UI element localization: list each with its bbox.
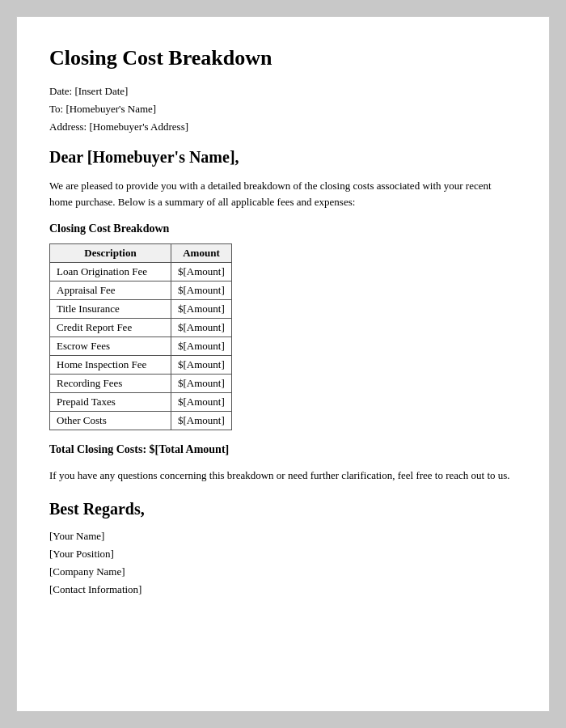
table-cell-amount: $[Amount]: [171, 393, 232, 412]
signature-company: [Company Name]: [49, 565, 517, 578]
cost-breakdown-table: Description Amount Loan Origination Fee$…: [49, 243, 232, 430]
table-row: Home Inspection Fee$[Amount]: [50, 356, 232, 375]
table-cell-amount: $[Amount]: [171, 412, 232, 430]
table-cell-amount: $[Amount]: [171, 356, 232, 375]
signature-name: [Your Name]: [49, 530, 517, 543]
table-row: Other Costs$[Amount]: [50, 412, 232, 430]
total-closing-costs: Total Closing Costs: $[Total Amount]: [49, 443, 517, 456]
col-header-amount: Amount: [171, 244, 232, 263]
closing-paragraph: If you have any questions concerning thi…: [49, 468, 517, 484]
table-cell-amount: $[Amount]: [171, 300, 232, 319]
signature-position: [Your Position]: [49, 548, 517, 561]
date-line: Date: [Insert Date]: [49, 85, 517, 98]
to-line: To: [Homebuyer's Name]: [49, 103, 517, 116]
table-cell-amount: $[Amount]: [171, 337, 232, 356]
sign-off-heading: Best Regards,: [49, 500, 517, 518]
page-container: Closing Cost Breakdown Date: [Insert Dat…: [16, 16, 550, 712]
table-cell-description: Prepaid Taxes: [50, 393, 171, 412]
table-cell-description: Loan Origination Fee: [50, 263, 171, 281]
greeting-heading: Dear [Homebuyer's Name],: [49, 148, 517, 167]
table-cell-description: Credit Report Fee: [50, 319, 171, 337]
table-cell-amount: $[Amount]: [171, 281, 232, 300]
address-line: Address: [Homebuyer's Address]: [49, 121, 517, 133]
table-row: Loan Origination Fee$[Amount]: [50, 263, 232, 281]
col-header-description: Description: [50, 244, 171, 263]
table-cell-description: Escrow Fees: [50, 337, 171, 356]
signature-contact: [Contact Information]: [49, 583, 517, 596]
table-row: Prepaid Taxes$[Amount]: [50, 393, 232, 412]
section-heading: Closing Cost Breakdown: [49, 222, 517, 235]
table-cell-description: Appraisal Fee: [50, 281, 171, 300]
page-title: Closing Cost Breakdown: [49, 46, 517, 70]
table-cell-description: Home Inspection Fee: [50, 356, 171, 375]
table-cell-description: Other Costs: [50, 412, 171, 430]
table-row: Credit Report Fee$[Amount]: [50, 319, 232, 337]
table-cell-description: Title Insurance: [50, 300, 171, 319]
table-row: Escrow Fees$[Amount]: [50, 337, 232, 356]
table-row: Title Insurance$[Amount]: [50, 300, 232, 319]
table-cell-amount: $[Amount]: [171, 375, 232, 393]
table-cell-description: Recording Fees: [50, 375, 171, 393]
table-cell-amount: $[Amount]: [171, 263, 232, 281]
table-cell-amount: $[Amount]: [171, 319, 232, 337]
table-row: Appraisal Fee$[Amount]: [50, 281, 232, 300]
intro-paragraph: We are pleased to provide you with a det…: [49, 178, 517, 210]
table-row: Recording Fees$[Amount]: [50, 375, 232, 393]
